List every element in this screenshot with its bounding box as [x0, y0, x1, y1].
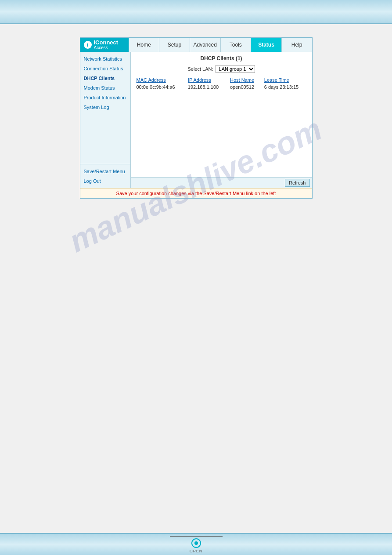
footer-icon-inner	[194, 541, 198, 545]
footer-icon	[191, 538, 201, 548]
col-host: Host Name	[228, 76, 262, 83]
sidebar-item-connection-status[interactable]: Connection Status	[80, 64, 130, 73]
panel-body: Network Statistics Connection Status DHC…	[80, 52, 312, 188]
logo-sub: Access	[94, 45, 119, 50]
sidebar-links: Network Statistics Connection Status DHC…	[80, 52, 130, 114]
content-area: i iConnect Access Home Setup Advanced To…	[0, 24, 392, 212]
col-mac: MAC Address	[134, 76, 186, 83]
sidebar-item-dhcp-clients[interactable]: DHCP Clients	[80, 73, 130, 83]
panel-header: i iConnect Access Home Setup Advanced To…	[80, 38, 312, 52]
footer-text: OPEN	[190, 549, 203, 553]
main-content-wrapper: DHCP Clients (1) Select LAN: LAN group 1…	[131, 52, 312, 188]
cell-mac: 00:0e:0c:9b:44:a6	[134, 83, 186, 91]
logo-area: i iConnect Access	[80, 38, 129, 52]
sidebar: Network Statistics Connection Status DHC…	[80, 52, 131, 188]
col-ip: IP Address	[186, 76, 228, 83]
tab-help[interactable]: Help	[281, 38, 312, 52]
cell-lease: 6 days 23:13:15	[262, 83, 309, 91]
logo-text-block: iConnect Access	[94, 40, 119, 50]
dhcp-table: MAC Address IP Address Host Name Lease T…	[134, 76, 309, 91]
tab-advanced[interactable]: Advanced	[190, 38, 220, 52]
table-row: 00:0e:0c:9b:44:a6192.168.1.100open005126…	[134, 83, 309, 91]
col-lease: Lease Time	[262, 76, 309, 83]
refresh-button[interactable]: Refresh	[285, 179, 310, 187]
tab-home[interactable]: Home	[129, 38, 159, 52]
sidebar-footer: Save/Restart Menu Log Out	[80, 164, 130, 188]
sidebar-item-product-information[interactable]: Product Information	[80, 93, 130, 102]
tab-status[interactable]: Status	[251, 38, 281, 52]
cell-host: open00512	[228, 83, 262, 91]
top-banner	[0, 0, 392, 24]
nav-tabs: Home Setup Advanced Tools Status Help	[129, 38, 312, 52]
logo-name: iConnect	[94, 40, 119, 45]
select-lan-row: Select LAN: LAN group 1 LAN group 2	[134, 65, 309, 73]
bottom-footer: OPEN	[0, 533, 392, 555]
bottom-bar: Refresh	[131, 177, 312, 188]
page-title: DHCP Clients (1)	[134, 55, 309, 62]
cell-ip: 192.168.1.100	[186, 83, 228, 91]
logo-icon: i	[84, 41, 92, 49]
sidebar-item-network-statistics[interactable]: Network Statistics	[80, 54, 130, 64]
main-panel: i iConnect Access Home Setup Advanced To…	[80, 37, 313, 199]
footer-line	[170, 536, 223, 537]
sidebar-item-log-out[interactable]: Log Out	[80, 176, 130, 186]
save-message: Save your configuration changes via the …	[80, 188, 312, 198]
sidebar-item-modem-status[interactable]: Modem Status	[80, 83, 130, 93]
sidebar-item-system-log[interactable]: System Log	[80, 102, 130, 112]
sidebar-item-save-restart[interactable]: Save/Restart Menu	[80, 167, 130, 176]
tab-tools[interactable]: Tools	[220, 38, 251, 52]
tab-setup[interactable]: Setup	[159, 38, 190, 52]
main-content: DHCP Clients (1) Select LAN: LAN group 1…	[131, 52, 312, 177]
select-lan-label: Select LAN:	[187, 66, 213, 72]
select-lan-dropdown[interactable]: LAN group 1 LAN group 2	[216, 65, 255, 73]
